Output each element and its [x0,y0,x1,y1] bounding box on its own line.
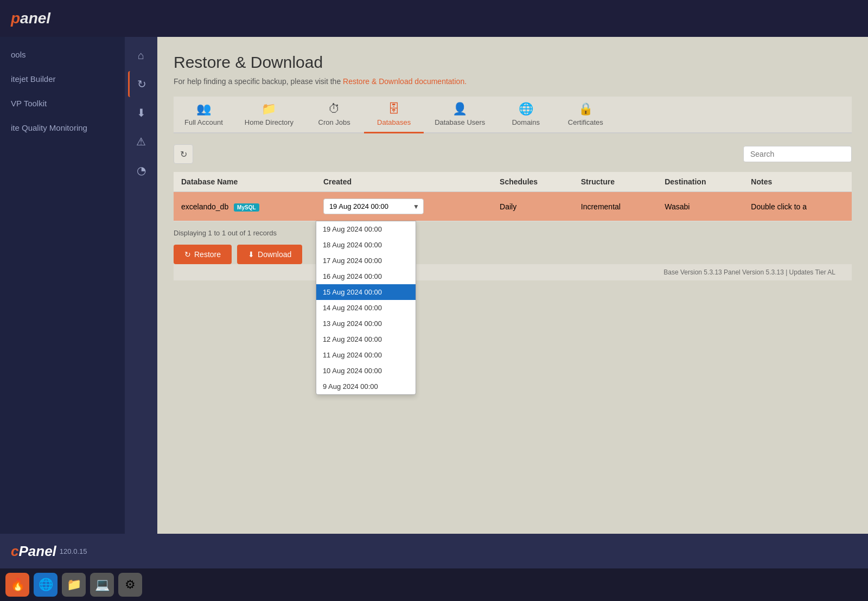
cpanel-brand: cPanel [11,543,56,560]
taskbar-icon-5[interactable]: ⚙ [118,573,142,597]
dropdown-option-2[interactable]: 18 Aug 2024 00:00 [316,237,416,253]
table-row: excelando_db MySQL 19 Aug 2024 00:00 ▼ [174,192,852,221]
cell-notes: Double click to a [743,192,852,221]
sidebar-item-tools[interactable]: ools [0,42,125,67]
col-destination: Destination [657,172,743,192]
cell-schedules: Daily [492,192,573,221]
tab-database-users[interactable]: 👤 Database Users [424,97,496,133]
dropdown-option-10[interactable]: 10 Aug 2024 00:00 [316,363,416,379]
full-account-icon: 👥 [196,102,211,116]
records-info: Displaying 1 to 1 out of 1 records [174,229,852,237]
taskbar-icon-4[interactable]: 💻 [90,573,114,597]
tab-full-account[interactable]: 👥 Full Account [174,97,234,133]
sidebar: ools itejet Builder VP Toolkit ite Quali… [0,37,125,534]
restore-button[interactable]: ↻ Restore [174,245,232,264]
nav-download[interactable]: ⬇ [128,100,154,126]
tab-cron-jobs[interactable]: ⏱ Cron Jobs [304,97,364,133]
cell-created: 19 Aug 2024 00:00 ▼ 19 Aug 2024 00:00 18… [316,192,492,221]
col-database-name: Database Name [174,172,316,192]
cpanel-version: 120.0.15 [60,547,87,555]
database-users-icon: 👤 [452,102,467,116]
taskbar: 🔥 🌐 📁 💻 ⚙ [0,568,868,601]
tab-bar: 👥 Full Account 📁 Home Directory ⏱ Cron J… [174,97,852,133]
cell-destination: Wasabi [657,192,743,221]
databases-icon: 🗄 [388,102,400,116]
col-notes: Notes [743,172,852,192]
restore-icon: ↻ [184,250,191,259]
dropdown-option-6[interactable]: 14 Aug 2024 00:00 [316,300,416,316]
toolbar: ↻ [174,144,852,164]
certificates-icon: 🔒 [578,102,593,116]
sidebar-item-wptoolkit[interactable]: VP Toolkit [0,91,125,116]
help-link[interactable]: Restore & Download documentation. [343,77,467,86]
mysql-badge: MySQL [234,203,259,212]
dropdown-option-5[interactable]: 15 Aug 2024 00:00 [316,284,416,300]
home-directory-icon: 📁 [261,102,276,116]
cron-jobs-icon: ⏱ [328,102,340,116]
tab-home-directory[interactable]: 📁 Home Directory [234,97,304,133]
date-select[interactable]: 19 Aug 2024 00:00 [323,199,424,214]
dropdown-option-7[interactable]: 13 Aug 2024 00:00 [316,316,416,331]
main-layout: ools itejet Builder VP Toolkit ite Quali… [0,37,868,534]
dropdown-option-4[interactable]: 16 Aug 2024 00:00 [316,268,416,284]
nav-home[interactable]: ⌂ [128,42,154,68]
date-select-wrapper: 19 Aug 2024 00:00 ▼ [323,199,424,214]
dropdown-menu: 19 Aug 2024 00:00 18 Aug 2024 00:00 17 A… [316,221,416,395]
taskbar-icon-1[interactable]: 🔥 [5,573,29,597]
action-buttons: ↻ Restore ⬇ Download [174,245,852,264]
dropdown-option-1[interactable]: 19 Aug 2024 00:00 [316,221,416,237]
col-structure: Structure [573,172,657,192]
nav-history[interactable]: ◔ [128,157,154,183]
page-title: Restore & Download [174,53,852,72]
taskbar-icon-2[interactable]: 🌐 [34,573,58,597]
cell-db-name: excelando_db MySQL [174,192,316,221]
dropdown-option-11[interactable]: 9 Aug 2024 00:00 [316,379,416,394]
nav-warning[interactable]: ⚠ [128,129,154,155]
sidebar-item-quality[interactable]: ite Quality Monitoring [0,116,125,140]
tab-databases[interactable]: 🗄 Databases [364,97,424,133]
domains-icon: 🌐 [519,102,533,116]
tab-certificates[interactable]: 🔒 Certificates [556,97,615,133]
data-table: Database Name Created Schedules Structur… [174,172,852,221]
dropdown-option-3[interactable]: 17 Aug 2024 00:00 [316,253,416,268]
content-area: Restore & Download For help finding a sp… [157,37,868,534]
cell-structure: Incremental [573,192,657,221]
dropdown-option-9[interactable]: 11 Aug 2024 00:00 [316,347,416,363]
sidebar-item-sitejet[interactable]: itejet Builder [0,67,125,91]
col-created: Created [316,172,492,192]
refresh-button[interactable]: ↻ [174,144,193,164]
nav-refresh[interactable]: ↻ [128,71,154,97]
icon-nav: ⌂ ↻ ⬇ ⚠ ◔ [125,37,157,534]
download-icon: ⬇ [248,250,254,259]
brand-logo: panel [11,10,50,27]
download-button[interactable]: ⬇ Download [237,245,302,264]
taskbar-icon-3[interactable]: 📁 [62,573,86,597]
col-schedules: Schedules [492,172,573,192]
footer-info: Base Version 5.3.13 Panel Version 5.3.13… [174,264,852,280]
tab-domains[interactable]: 🌐 Domains [496,97,556,133]
help-text: For help finding a specific backup, plea… [174,77,852,86]
top-bar: panel [0,0,868,37]
cpanel-bar: cPanel 120.0.15 [0,534,868,568]
search-input[interactable] [743,146,852,162]
dropdown-option-8[interactable]: 12 Aug 2024 00:00 [316,331,416,347]
